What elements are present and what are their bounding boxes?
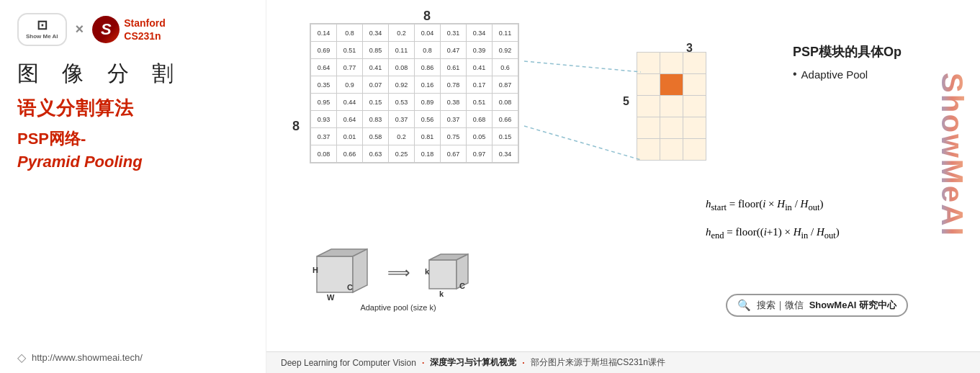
- page-title-pyramid: Pyramid Pooling: [17, 153, 248, 171]
- search-box[interactable]: 🔍 搜索｜微信 ShowMeAI 研究中心: [726, 294, 908, 317]
- matrix-cell: 0.63: [363, 145, 389, 163]
- matrix-cell: 0.08: [493, 94, 518, 111]
- adaptive-pool-label: Adaptive pool (size k): [315, 303, 481, 312]
- matrix-cell: 0.77: [337, 59, 363, 76]
- matrix-cell: 0.53: [389, 94, 415, 111]
- matrix-cell: 0.04: [415, 24, 441, 42]
- logo-area: ⊡ Show Me Al × S Stanford CS231n: [17, 13, 248, 46]
- bottom-text2: 深度学习与计算机视觉: [430, 356, 516, 369]
- matrix-cell: 0.41: [467, 59, 493, 76]
- pooled-label-left: 5: [623, 95, 629, 108]
- matrix-cell: 0.66: [337, 145, 363, 163]
- page-title-sub: 语义分割算法: [17, 96, 248, 121]
- website-url: http://www.showmeai.tech/: [32, 352, 143, 363]
- matrix-cell: 0.35: [311, 76, 337, 94]
- matrix-cell: 0.14: [311, 24, 337, 42]
- large-box-svg: [310, 246, 374, 300]
- large-3d-box: H C W: [310, 246, 374, 300]
- matrix-cell: 0.11: [389, 42, 415, 59]
- matrix-cell: 0.34: [363, 24, 389, 42]
- pooled-cell: [683, 96, 706, 117]
- matrix-cell: 0.11: [493, 24, 518, 42]
- pooled-cell: [637, 117, 660, 139]
- pooled-grid: [637, 52, 706, 161]
- matrix-cell: 0.08: [389, 59, 415, 76]
- matrix-cell: 0.15: [363, 94, 389, 111]
- matrix-cell: 0.95: [311, 94, 337, 111]
- matrix-cell: 0.78: [441, 76, 467, 94]
- matrix-cell: 0.68: [467, 111, 493, 128]
- main-content: 8 8 0.140.80.340.20.040.310.340.110.690.…: [266, 0, 980, 373]
- search-brand: ShowMeAI 研究中心: [809, 299, 896, 312]
- matrix-cell: 0.38: [441, 94, 467, 111]
- watermark-text: ShowMeAI: [935, 73, 969, 237]
- matrix-cell: 0.08: [311, 145, 337, 163]
- matrix-cell: 0.41: [363, 59, 389, 76]
- website-icon: ◇: [17, 351, 26, 364]
- matrix-cell: 0.93: [311, 111, 337, 128]
- diagram-area: 8 8 0.140.80.340.20.040.310.340.110.690.…: [266, 0, 980, 351]
- page-title-main: 图 像 分 割: [17, 59, 248, 89]
- bottom-text1: Deep Learning for Computer Vision: [281, 358, 416, 368]
- pooled-cell: [660, 74, 683, 96]
- matrix-cell: 0.01: [337, 128, 363, 145]
- matrix-cell: 0.58: [363, 128, 389, 145]
- pooled-cell: [637, 53, 660, 74]
- matrix-label-top: 8: [423, 9, 431, 24]
- website-row: ◇ http://www.showmeai.tech/: [17, 351, 248, 364]
- matrix-cell: 0.34: [467, 24, 493, 42]
- pooled-cell: [683, 117, 706, 139]
- pooled-cell: [683, 139, 706, 161]
- matrix-cell: 0.37: [311, 128, 337, 145]
- matrix-cell: 0.61: [441, 59, 467, 76]
- matrix-cell: 0.05: [467, 128, 493, 145]
- matrix-cell: 0.6: [493, 59, 518, 76]
- large-box-c-label: C: [347, 283, 353, 292]
- small-box-k-label-bottom: k: [439, 289, 444, 298]
- matrix-cell: 0.85: [363, 42, 389, 59]
- bottom-bar: Deep Learning for Computer Vision · 深度学习…: [266, 351, 980, 373]
- bottom-dot2: ·: [522, 358, 524, 368]
- matrix-label-left: 8: [292, 119, 300, 134]
- matrix-cell: 0.16: [415, 76, 441, 94]
- small-box-k-label-left: k: [425, 267, 429, 276]
- stanford-s-icon: S: [92, 16, 120, 43]
- matrix-cell: 0.92: [389, 76, 415, 94]
- svg-marker-4: [353, 249, 367, 292]
- matrix-cell: 0.9: [337, 76, 363, 94]
- bottom-text3: 部分图片来源于斯坦福CS231n课件: [531, 356, 665, 369]
- matrix-table: 0.140.80.340.20.040.310.340.110.690.510.…: [310, 24, 518, 163]
- page-title-psp: PSP网络-: [17, 128, 248, 150]
- psp-bullet: •: [793, 68, 797, 81]
- large-box-w-label: W: [327, 293, 334, 302]
- matrix-cell: 0.51: [337, 42, 363, 59]
- matrix-cell: 0.17: [467, 76, 493, 94]
- formula-section: hstart = floor(i × Hin / Hout) hend = fl…: [706, 198, 840, 251]
- matrix-cell: 0.87: [493, 76, 518, 94]
- watermark: ShowMeAI: [924, 0, 980, 310]
- matrix-cell: 0.2: [389, 128, 415, 145]
- small-box-c-label: C: [459, 282, 465, 290]
- matrix-cell: 0.92: [493, 42, 518, 59]
- small-box-svg: [423, 251, 474, 295]
- matrix-cell: 0.18: [415, 145, 441, 163]
- pooled-cell: [637, 139, 660, 161]
- pooled-cell: [637, 96, 660, 117]
- showmeai-brand-name: Show Me Al: [26, 33, 58, 40]
- matrix-cell: 0.39: [467, 42, 493, 59]
- pooled-table-element: [637, 52, 706, 161]
- matrix-cell: 0.83: [363, 111, 389, 128]
- svg-line-0: [524, 61, 641, 72]
- matrix-cell: 0.75: [441, 128, 467, 145]
- matrix-cell: 0.07: [363, 76, 389, 94]
- matrix-cell: 0.51: [467, 94, 493, 111]
- matrix-cell: 0.34: [493, 145, 518, 163]
- arrow-right-icon: ⟹: [387, 264, 410, 282]
- pooled-cell: [683, 74, 706, 96]
- matrix-cell: 0.2: [389, 24, 415, 42]
- bottom-dot1: ·: [422, 358, 424, 368]
- pooled-cell: [637, 74, 660, 96]
- large-box-h-label: H: [313, 266, 318, 274]
- matrix-cell: 0.64: [337, 111, 363, 128]
- matrix-cell: 0.37: [389, 111, 415, 128]
